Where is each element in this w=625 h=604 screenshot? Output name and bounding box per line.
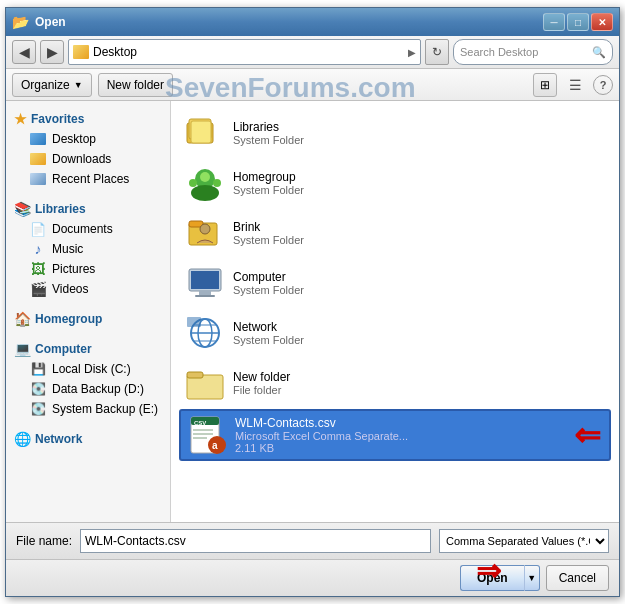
- file-item-computer-name: Computer: [233, 270, 304, 284]
- maximize-button[interactable]: □: [567, 13, 589, 31]
- sidebar-item-documents[interactable]: 📄 Documents: [6, 219, 170, 239]
- sidebar-homegroup-label: Homegroup: [35, 312, 102, 326]
- svg-rect-21: [187, 375, 223, 399]
- button-bar: Open ▼ Cancel: [6, 559, 619, 596]
- sidebar-recent-places-label: Recent Places: [52, 172, 129, 186]
- sidebar-computer-label: Computer: [35, 342, 92, 356]
- sidebar-item-music[interactable]: ♪ Music: [6, 239, 170, 259]
- sidebar-item-downloads[interactable]: Downloads: [6, 149, 170, 169]
- file-item-new-folder-sub: File folder: [233, 384, 290, 396]
- views-button[interactable]: ⊞: [533, 73, 557, 97]
- cancel-button[interactable]: Cancel: [546, 565, 609, 591]
- local-disk-icon: 💾: [30, 361, 46, 377]
- action-bar: Organize ▼ New folder ⊞ ☰ ?: [6, 69, 619, 101]
- sidebar-favorites-header[interactable]: ★ Favorites: [6, 109, 170, 129]
- data-backup-icon: 💽: [30, 381, 46, 397]
- filetype-select[interactable]: Comma Separated Values (*.CS: [439, 529, 609, 553]
- open-button[interactable]: Open: [460, 565, 524, 591]
- libraries-large-icon: [185, 113, 225, 153]
- organize-button[interactable]: Organize ▼: [12, 73, 92, 97]
- svg-point-6: [189, 179, 197, 187]
- close-button[interactable]: ✕: [591, 13, 613, 31]
- file-item-csv[interactable]: CSV a WLM-Contacts.csv Microsoft Excel C…: [179, 409, 611, 461]
- refresh-button[interactable]: ↻: [425, 39, 449, 65]
- file-item-homegroup-name: Homegroup: [233, 170, 304, 184]
- title-bar: 📂 Open ─ □ ✕: [6, 8, 619, 36]
- sidebar-pictures-label: Pictures: [52, 262, 95, 276]
- title-bar-left: 📂 Open: [12, 14, 66, 30]
- help-button[interactable]: ?: [593, 75, 613, 95]
- sidebar-computer-section: 💻 Computer 💾 Local Disk (C:) 💽 Data Back…: [6, 339, 170, 419]
- search-icon: 🔍: [592, 46, 606, 59]
- svg-point-7: [213, 179, 221, 187]
- sidebar-item-system-backup[interactable]: 💽 System Backup (E:): [6, 399, 170, 419]
- brink-large-icon: [185, 213, 225, 253]
- search-bar[interactable]: Search Desktop 🔍: [453, 39, 613, 65]
- address-bar[interactable]: Desktop ▶: [68, 39, 421, 65]
- navigation-toolbar: ◀ ▶ Desktop ▶ ↻ Search Desktop 🔍: [6, 36, 619, 69]
- sidebar-item-desktop[interactable]: Desktop: [6, 129, 170, 149]
- file-item-libraries[interactable]: Libraries System Folder: [179, 109, 611, 157]
- file-item-libraries-name: Libraries: [233, 120, 304, 134]
- sidebar-item-pictures[interactable]: 🖼 Pictures: [6, 259, 170, 279]
- svg-text:a: a: [212, 440, 218, 451]
- search-placeholder: Search Desktop: [460, 46, 588, 58]
- file-item-computer[interactable]: Computer System Folder: [179, 259, 611, 307]
- network-icon: 🌐: [14, 431, 31, 447]
- pictures-icon: 🖼: [30, 261, 46, 277]
- file-item-brink[interactable]: Brink System Folder: [179, 209, 611, 257]
- file-item-network[interactable]: Network System Folder: [179, 309, 611, 357]
- sidebar-homegroup-header[interactable]: 🏠 Homegroup: [6, 309, 170, 329]
- filename-input[interactable]: [80, 529, 431, 553]
- svg-rect-22: [187, 372, 203, 378]
- file-item-homegroup[interactable]: Homegroup System Folder: [179, 159, 611, 207]
- open-button-group: Open ▼: [460, 565, 540, 591]
- content-area: ★ Favorites Desktop Downloads: [6, 101, 619, 522]
- svg-point-5: [200, 172, 210, 182]
- music-icon: ♪: [30, 241, 46, 257]
- minimize-button[interactable]: ─: [543, 13, 565, 31]
- file-item-brink-name: Brink: [233, 220, 304, 234]
- forward-button[interactable]: ▶: [40, 40, 64, 64]
- sidebar-item-local-disk[interactable]: 💾 Local Disk (C:): [6, 359, 170, 379]
- sidebar-item-data-backup[interactable]: 💽 Data Backup (D:): [6, 379, 170, 399]
- file-item-csv-size: 2.11 KB: [235, 442, 408, 454]
- svg-rect-20: [187, 317, 201, 327]
- file-item-new-folder[interactable]: New folder File folder: [179, 359, 611, 407]
- sidebar-item-videos[interactable]: 🎬 Videos: [6, 279, 170, 299]
- sidebar-videos-label: Videos: [52, 282, 88, 296]
- back-button[interactable]: ◀: [12, 40, 36, 64]
- system-backup-icon: 💽: [30, 401, 46, 417]
- window-title: Open: [35, 15, 66, 29]
- new-folder-button[interactable]: New folder: [98, 73, 173, 97]
- file-item-csv-type: Microsoft Excel Comma Separate...: [235, 430, 408, 442]
- open-dropdown-button[interactable]: ▼: [524, 565, 540, 591]
- filename-bar: File name: Comma Separated Values (*.CS: [6, 522, 619, 559]
- sidebar-item-recent-places[interactable]: Recent Places: [6, 169, 170, 189]
- file-item-homegroup-info: Homegroup System Folder: [233, 170, 304, 196]
- file-item-network-sub: System Folder: [233, 334, 304, 346]
- address-folder-icon: [73, 45, 89, 59]
- svg-point-4: [191, 185, 219, 201]
- address-text: Desktop: [93, 45, 404, 59]
- documents-icon: 📄: [30, 221, 46, 237]
- file-item-brink-info: Brink System Folder: [233, 220, 304, 246]
- address-dropdown-arrow[interactable]: ▶: [408, 47, 416, 58]
- organize-arrow: ▼: [74, 80, 83, 90]
- sidebar-computer-header[interactable]: 💻 Computer: [6, 339, 170, 359]
- sidebar-libraries-label: Libraries: [35, 202, 86, 216]
- svg-rect-14: [195, 295, 215, 297]
- title-bar-controls: ─ □ ✕: [543, 13, 613, 31]
- list-view-button[interactable]: ☰: [563, 73, 587, 97]
- sidebar-homegroup-section: 🏠 Homegroup: [6, 309, 170, 329]
- desktop-icon: [30, 131, 46, 147]
- file-item-network-info: Network System Folder: [233, 320, 304, 346]
- sidebar-network-header[interactable]: 🌐 Network: [6, 429, 170, 449]
- csv-large-icon: CSV a: [187, 415, 227, 455]
- homegroup-icon: 🏠: [14, 311, 31, 327]
- new-folder-large-icon: [185, 363, 225, 403]
- sidebar-libraries-header[interactable]: 📚 Libraries: [6, 199, 170, 219]
- computer-icon: 💻: [14, 341, 31, 357]
- sidebar-documents-label: Documents: [52, 222, 113, 236]
- organize-label: Organize: [21, 78, 70, 92]
